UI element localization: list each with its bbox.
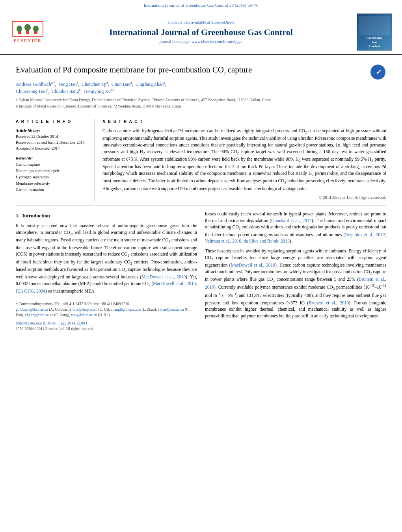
article-title-text: Evaluation of Pd composite membrane for … <box>16 65 365 109</box>
received-2: Received in revised form 2 December 2014 <box>16 139 88 145</box>
cover-title: GreenhouseGasControl <box>367 36 383 48</box>
elsevier-tree-icon <box>16 22 39 35</box>
elsevier-logo-section: ELSEVIER <box>8 21 47 44</box>
history-label: Article history: <box>16 128 88 133</box>
author-xu[interactable]: Hengyong Xu <box>84 89 111 94</box>
article-content: Evaluation of Pd composite membrane for … <box>0 55 402 339</box>
svg-point-3 <box>24 24 31 31</box>
doi-link[interactable]: http://dx.doi.org/10.1016/j.ijggc.2014.1… <box>16 320 197 326</box>
received-1: Received 22 October 2014 <box>16 133 88 139</box>
email-qi[interactable]: qicc@dicp.ac.cn <box>73 308 97 311</box>
article-history: Article history: Received 22 October 201… <box>16 128 88 151</box>
ref-macdowell-2010[interactable]: MacDowell et al., 2010 <box>141 274 186 279</box>
main-body: 1. Introduction It is mostly accepted no… <box>16 206 386 332</box>
homepage-text: journal homepage: www.elsevier.com/locat… <box>160 39 242 44</box>
right-paragraph-1: losses could easily reach several tonnes… <box>205 211 386 245</box>
keywords-section: Keywords: Carbon capture Natural gas com… <box>16 155 88 193</box>
journal-reference-bar: International Journal of Greenhouse Gas … <box>0 0 402 10</box>
ref-macdowell-iea[interactable]: MacDowell et al., 2010; IEA GHG, 2004 <box>16 281 197 293</box>
ref-gouedard[interactable]: Gouedard et al., 2012 <box>271 218 311 223</box>
issn-copyright: 1750-5836/© 2014 Elsevier Ltd. All right… <box>16 326 197 332</box>
article-authors: Andreas Goldbacha,*, Feng Baoa, Chenchen… <box>16 81 365 95</box>
intro-section-title: 1. Introduction <box>16 212 197 219</box>
abstract-copyright: © 2014 Elsevier Ltd. All rights reserved… <box>102 195 386 201</box>
ref-macdowell-2010b[interactable]: MacDowell et al., 2010 <box>231 263 275 267</box>
abstract-header: A B S T R A C T <box>102 119 386 124</box>
article-info-col: A R T I C L E I N F O Article history: R… <box>16 119 95 201</box>
author-hao[interactable]: Chuanyong Hao <box>16 89 47 94</box>
author-bao-feng[interactable]: Feng Bao <box>58 82 76 87</box>
crossmark-badge[interactable]: ✓ <box>370 65 386 80</box>
body-col-left: 1. Introduction It is mostly accepted no… <box>16 211 197 332</box>
author-qi[interactable]: Chenchen Qi <box>82 82 106 87</box>
intro-paragraph-1: It is mostly accepted now that massive r… <box>16 222 197 295</box>
journal-title: International Journal of Greenhouse Gas … <box>55 27 347 37</box>
affiliation-a: a Dalian National Laboratory for Clean E… <box>16 97 365 103</box>
accepted: Accepted 9 December 2014 <box>16 145 88 151</box>
crossmark-icon: ✓ <box>370 65 385 80</box>
keywords-label: Keywords: <box>16 155 88 161</box>
email-zhao[interactable]: zhanglf@dicp.ac.cn <box>111 308 141 311</box>
author-jiang[interactable]: Chunhai Jiang <box>52 89 79 94</box>
abstract-col: A B S T R A C T Carbon capture with hydr… <box>102 119 386 201</box>
elsevier-logo: ELSEVIER <box>8 21 47 44</box>
journal-cover: GreenhouseGasControl <box>355 13 394 51</box>
email-jiang[interactable]: chjiang@imr.ac.cn <box>25 313 54 317</box>
svg-point-5 <box>33 26 39 32</box>
ref-brunetti[interactable]: Brunetti et al., 2010 <box>205 277 386 289</box>
keyword-3: Hydrogen separation <box>16 174 88 180</box>
keyword-2: Natural gas combined cycle <box>16 168 88 174</box>
email-xu[interactable]: xuhy@dicp.ac.cn <box>71 313 97 317</box>
sciencedirect-text: Contents lists available at ScienceDirec… <box>168 20 234 24</box>
keyword-4: Membrane selectivity <box>16 180 88 187</box>
ref-reynolds[interactable]: Reynolds et al., 2012; Veltman et al., 2… <box>205 232 386 244</box>
journal-header-center: Contents lists available at ScienceDirec… <box>47 20 355 45</box>
author-bao-chun[interactable]: Chun Bao <box>112 82 130 87</box>
body-col-right: losses could easily reach several tonnes… <box>205 211 386 332</box>
abstract-text: Carbon capture with hydrogen-selective P… <box>102 128 386 192</box>
affiliations: a Dalian National Laboratory for Clean E… <box>16 97 365 109</box>
email-hao[interactable]: cyhao@imr.ac.cn <box>158 308 184 311</box>
article-title-section: Evaluation of Pd composite membrane for … <box>16 59 386 114</box>
right-paragraph-2: These hazards can be avoided by replacin… <box>205 248 386 319</box>
email-note: goldbach@dicp.ac.cn (A. Goldbach), qicc@… <box>16 307 197 318</box>
journal-homepage: journal homepage: www.elsevier.com/locat… <box>55 39 347 45</box>
journal-header: ELSEVIER Contents lists available at Sci… <box>0 10 402 55</box>
article-main-title: Evaluation of Pd composite membrane for … <box>16 65 365 76</box>
footnote-section: * Corresponding authors. Tel.: +86 411 8… <box>16 298 197 332</box>
cover-decoration <box>359 16 390 35</box>
elsevier-wordmark: ELSEVIER <box>13 38 42 44</box>
journal-cover-image: GreenhouseGasControl <box>357 13 392 51</box>
journal-ref-text: International Journal of Greenhouse Gas … <box>144 3 259 7</box>
keyword-5: Carbon formation <box>16 187 88 193</box>
page-container: International Journal of Greenhouse Gas … <box>0 0 402 339</box>
author-zhao[interactable]: Lingfang Zhao <box>136 82 164 87</box>
keyword-1: Carbon capture <box>16 161 88 168</box>
affiliation-b: b Institute of Metal Research, Chinese A… <box>16 104 365 109</box>
email-goldbach[interactable]: goldbach@dicp.ac.cn <box>16 308 48 311</box>
elsevier-logo-box <box>12 21 43 37</box>
ref-brunetti-2[interactable]: Brunetti et al., 2010 <box>309 300 349 305</box>
sciencedirect-link: Contents lists available at ScienceDirec… <box>55 20 347 26</box>
svg-point-1 <box>17 26 22 32</box>
author-goldbach[interactable]: Andreas Goldbach <box>16 82 51 87</box>
corresponding-note: * Corresponding authors. Tel.: +86 411 8… <box>16 301 197 307</box>
info-abstract-section: A R T I C L E I N F O Article history: R… <box>16 114 386 206</box>
article-info-header: A R T I C L E I N F O <box>16 119 88 124</box>
